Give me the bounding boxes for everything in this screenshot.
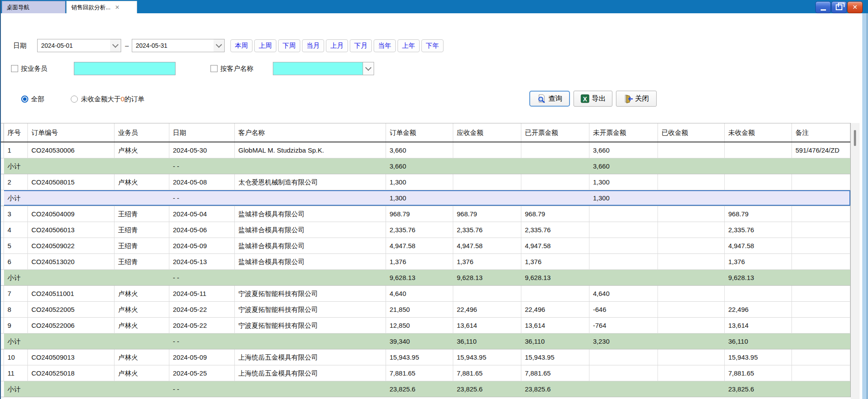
tab-strip: 桌面导航 销售回款分析...✕ ✕: [0, 0, 868, 13]
cell: 22,496: [453, 302, 521, 318]
subtotal-row[interactable]: 小计- -1,3001,300: [1, 190, 850, 206]
table-row[interactable]: 8CO240522005卢林火2024-05-22宁波夏拓智能科技有限公司21,…: [1, 302, 850, 318]
row-indicator-gutter: [1, 318, 4, 334]
table-row[interactable]: 1CO240530006卢林火2024-05-30GlobMAL M. Stud…: [1, 142, 850, 158]
subtotal-row[interactable]: 小计- -39,34036,11036,1103,23036,110: [1, 334, 850, 349]
subtotal-row[interactable]: 小计- -9,628.139,628.139,628.139,628.13: [1, 270, 850, 286]
date-from-dropdown-button[interactable]: [110, 39, 121, 52]
close-page-button[interactable]: 关闭: [616, 91, 657, 107]
cell: [235, 381, 386, 397]
cell: [235, 158, 386, 174]
period-next-year-button[interactable]: 下年: [421, 39, 444, 52]
table-row[interactable]: 3CO240504009王绍青2024-05-04盐城祥合模具有限公司968.7…: [1, 206, 850, 222]
cell: CO240530006: [28, 142, 115, 158]
restore-button[interactable]: [831, 1, 847, 13]
period-this-week-button[interactable]: 本周: [230, 39, 252, 52]
cell: 2024-05-13: [169, 254, 235, 270]
export-button[interactable]: X 导出: [574, 91, 612, 107]
tab-sales-payment-analysis[interactable]: 销售回款分析...✕: [66, 1, 137, 13]
cell: [658, 318, 725, 334]
period-last-year-button[interactable]: 上年: [398, 39, 420, 52]
cell: 盐城祥合模具有限公司: [235, 254, 386, 270]
subtotal-row[interactable]: 小计- -23,825.623,825.623,825.623,825.6: [1, 381, 850, 397]
cell: 王绍青: [115, 222, 169, 238]
date-from-select[interactable]: 2024-05-01: [37, 39, 121, 52]
vertical-scrollbar[interactable]: [851, 123, 860, 399]
cell: 10: [4, 349, 28, 365]
cell: [589, 270, 658, 285]
period-last-week-button[interactable]: 上周: [254, 39, 276, 52]
table-row[interactable]: 7CO240511001卢林火2024-05-11宁波夏拓智能科技有限公司4,6…: [1, 286, 850, 302]
row-indicator-gutter: [1, 302, 4, 318]
cell: 15,943.95: [725, 349, 792, 365]
radio-all[interactable]: [21, 96, 28, 103]
column-header-8[interactable]: 未开票金额: [589, 123, 658, 142]
period-last-month-button[interactable]: 上月: [326, 39, 348, 52]
table-row[interactable]: 2CO240508015卢林火2024-05-08太仓爱恩机械制造有限公司1,3…: [1, 174, 850, 190]
date-to-dropdown-button[interactable]: [214, 39, 224, 52]
close-window-button[interactable]: ✕: [847, 1, 863, 13]
date-to-select[interactable]: 2024-05-31: [132, 39, 225, 52]
table-row[interactable]: 5CO240509022王绍青2024-05-09盐城祥合模具有限公司4,947…: [1, 238, 850, 254]
cell: 3: [4, 206, 28, 222]
column-header-2[interactable]: 业务员: [115, 123, 169, 142]
table-row[interactable]: 6CO240513020王绍青2024-05-13盐城祥合模具有限公司1,376…: [1, 254, 850, 270]
date-label: 日期: [13, 39, 27, 52]
cell: 21,850: [386, 302, 453, 318]
table-row[interactable]: 11CO240525018卢林火2024-05-25上海统岳五金模具有限公司7,…: [1, 365, 850, 381]
period-this-month-button[interactable]: 当月: [302, 39, 324, 52]
column-header-7[interactable]: 已开票金额: [521, 123, 589, 142]
column-header-5[interactable]: 订单金额: [386, 123, 453, 142]
period-next-week-button[interactable]: 下周: [278, 39, 300, 52]
cell: [453, 190, 521, 206]
minimize-button[interactable]: [815, 1, 831, 13]
column-header-4[interactable]: 客户名称: [235, 123, 386, 142]
cell: [792, 174, 850, 190]
scrollbar-thumb[interactable]: [854, 130, 856, 146]
salesperson-input[interactable]: [74, 62, 176, 75]
excel-icon: X: [580, 94, 590, 104]
cell: 上海统岳五金模具有限公司: [235, 365, 386, 381]
row-indicator-gutter: [1, 123, 4, 142]
cell: 9,628.13: [521, 270, 589, 285]
period-next-month-button[interactable]: 下月: [350, 39, 372, 52]
customer-select[interactable]: [273, 62, 374, 75]
tab-close-icon[interactable]: ✕: [115, 4, 120, 11]
column-header-1[interactable]: 订单编号: [28, 123, 115, 142]
cell: [658, 334, 725, 349]
table-row[interactable]: 9CO240522006卢林火2024-05-22宁波夏拓智能科技有限公司12,…: [1, 318, 850, 334]
minimize-icon: [821, 9, 826, 11]
cell: 小计: [4, 381, 28, 397]
cell: [521, 174, 589, 190]
subtotal-row[interactable]: 小计- -3,6603,660: [1, 158, 850, 174]
customer-dropdown-button[interactable]: [363, 62, 374, 75]
cell: 2,335.76: [521, 222, 589, 238]
query-button[interactable]: 查询: [529, 91, 570, 107]
radio-unpaid-orders[interactable]: [71, 96, 78, 103]
cell: CO240509013: [28, 349, 115, 365]
cell: CO240504009: [28, 206, 115, 222]
row-indicator-gutter: [1, 222, 4, 238]
column-header-11[interactable]: 备注: [792, 123, 850, 142]
cell: [589, 381, 658, 397]
cell: 591/476/24/ZD: [792, 142, 850, 158]
tab-desktop-navigation[interactable]: 桌面导航: [2, 1, 65, 13]
table-row[interactable]: 10CO240509013卢林火2024-05-09上海统岳五金模具有限公司15…: [1, 349, 850, 365]
cell: [453, 286, 521, 302]
cell: 小计: [4, 190, 28, 206]
column-header-10[interactable]: 未收金额: [725, 123, 792, 142]
column-header-9[interactable]: 已收金额: [658, 123, 725, 142]
period-this-year-button[interactable]: 当年: [374, 39, 396, 52]
cell: [792, 334, 850, 349]
column-header-6[interactable]: 应收金额: [453, 123, 521, 142]
cell: 4,640: [386, 286, 453, 302]
column-header-3[interactable]: 日期: [169, 123, 235, 142]
cell: CO240513020: [28, 254, 115, 270]
by-customer-checkbox[interactable]: [210, 65, 218, 72]
cell: CO240522006: [28, 318, 115, 334]
column-header-0[interactable]: 序号: [4, 123, 28, 142]
by-salesperson-checkbox[interactable]: [11, 65, 18, 72]
radio-unpaid-suffix: 的订单: [124, 95, 144, 103]
table-row[interactable]: 4CO240506013王绍青2024-05-06盐城祥合模具有限公司2,335…: [1, 222, 850, 238]
row-indicator-gutter: [1, 190, 4, 206]
